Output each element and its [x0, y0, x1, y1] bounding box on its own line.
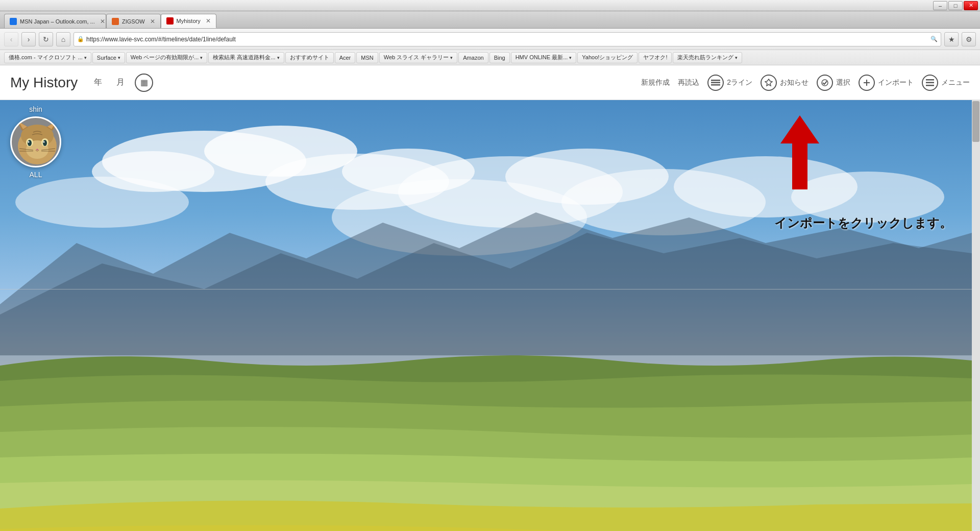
svg-point-20: [15, 177, 189, 228]
red-arrow-annotation: [780, 115, 819, 189]
background-landscape: [0, 100, 980, 531]
svg-point-33: [28, 140, 32, 146]
main-content: shin: [0, 100, 980, 531]
bookmark-webslice[interactable]: Web スライス ギャラリー ▾: [379, 52, 458, 63]
address-bar[interactable]: 🔒 https://www.lavie-svc.com/#/timelines/…: [74, 32, 941, 46]
tab-label-msn: MSN Japan – Outlook.com, ...: [20, 18, 95, 25]
annotation-text: インポートをクリックします。: [774, 215, 952, 231]
chevron-down-icon: ▾: [735, 55, 738, 60]
bookmark-label-web-expire: Web ページの有効期限が...: [131, 54, 199, 61]
bookmark-rakuten[interactable]: 楽天売れ筋ランキング ▾: [673, 52, 742, 63]
bookmark-acer[interactable]: Acer: [335, 52, 356, 63]
menu-button[interactable]: メニュー: [922, 75, 970, 91]
bookmark-label-webslice: Web スライス ギャラリー: [384, 54, 449, 61]
home-button[interactable]: ⌂: [56, 32, 70, 46]
title-bar-buttons: – □ ✕: [933, 1, 978, 10]
bookmark-surface[interactable]: Surface ▾: [92, 52, 125, 63]
title-bar: – □ ✕: [0, 0, 980, 11]
select-label: 選択: [836, 78, 850, 87]
search-icon: 🔍: [930, 36, 938, 42]
calendar-icon: ▦: [140, 78, 148, 87]
tab-close-myhistory[interactable]: ✕: [206, 17, 211, 25]
2line-button[interactable]: 2ライン: [707, 75, 752, 91]
chevron-down-icon: ▾: [450, 55, 453, 60]
scrollbar-thumb[interactable]: [972, 101, 979, 142]
bookmark-label-yahooauction: ヤフオク!: [643, 54, 667, 61]
bookmarks-bar: 価格.com - マイクロソフト ... ▾ Surface ▾ Web ページ…: [0, 50, 980, 65]
bookmark-web-expire[interactable]: Web ページの有効期限が... ▾: [126, 52, 208, 63]
new-entry-button[interactable]: 新規作成: [641, 78, 670, 87]
chevron-down-icon: ▾: [569, 55, 572, 60]
forward-button[interactable]: ›: [21, 32, 36, 46]
year-view-button[interactable]: 年: [90, 75, 106, 90]
avatar[interactable]: [10, 116, 61, 167]
favorites-button[interactable]: ★: [944, 32, 959, 46]
import-label: インポート: [878, 78, 914, 87]
bookmark-label-search: 検索結果 高速道路料金...: [213, 54, 275, 61]
chevron-down-icon: ▾: [84, 55, 87, 60]
bookmark-search[interactable]: 検索結果 高速道路料金... ▾: [208, 52, 284, 63]
arrow-head-up: [780, 115, 819, 143]
tab-label-zigsow: ZIGSOW: [122, 18, 145, 25]
maximize-button[interactable]: □: [948, 1, 963, 10]
arrow-shaft: [792, 143, 807, 189]
tools-button[interactable]: ⚙: [962, 32, 976, 46]
select-button[interactable]: 選択: [817, 75, 850, 91]
tab-myhistory[interactable]: Myhistory ✕: [161, 14, 216, 28]
bookmark-kakaku[interactable]: 価格.com - マイクロソフト ... ▾: [4, 52, 91, 63]
svg-point-35: [28, 141, 30, 143]
bookmark-yahoo-shopping[interactable]: Yahoo!ショッピング: [577, 52, 638, 63]
tab-close-zigsow[interactable]: ✕: [150, 18, 155, 25]
tab-msn[interactable]: MSN Japan – Outlook.com, ... ✕: [4, 14, 106, 28]
scrollbar[interactable]: [972, 100, 980, 531]
bookmark-yahooauction[interactable]: ヤフオク!: [639, 52, 672, 63]
section-divider: [0, 289, 980, 289]
close-button[interactable]: ✕: [964, 1, 978, 10]
bookmark-label-msn: MSN: [361, 55, 373, 61]
chevron-down-icon: ▾: [118, 55, 120, 60]
chevron-down-icon: ▾: [200, 55, 203, 60]
tab-favicon-zigsow: [112, 18, 119, 25]
minimize-button[interactable]: –: [933, 1, 947, 10]
bookmark-label-acer: Acer: [339, 55, 351, 61]
tab-close-msn[interactable]: ✕: [100, 18, 105, 25]
all-label[interactable]: ALL: [30, 171, 42, 179]
refresh-button[interactable]: ↻: [39, 32, 53, 46]
svg-point-36: [43, 141, 45, 143]
bookmark-msn[interactable]: MSN: [356, 52, 378, 63]
svg-rect-2: [711, 84, 720, 86]
tab-favicon-msn: [10, 18, 17, 25]
bookmark-amazon[interactable]: Amazon: [458, 52, 488, 63]
svg-point-34: [43, 140, 47, 146]
app-header: My History 年 月 ▦ 新規作成 再読込 2ライン: [0, 65, 980, 100]
notify-button[interactable]: お知らせ: [761, 75, 808, 91]
bookmark-label-amazon: Amazon: [463, 55, 483, 61]
notify-label: お知らせ: [780, 78, 808, 87]
month-view-button[interactable]: 月: [112, 75, 129, 90]
bookmark-osusume[interactable]: おすすめサイト: [285, 52, 334, 63]
nav-bar: ‹ › ↻ ⌂ 🔒 https://www.lavie-svc.com/#/ti…: [0, 29, 980, 50]
import-button[interactable]: インポート: [859, 75, 914, 91]
user-section: shin: [10, 105, 61, 179]
user-name: shin: [29, 105, 42, 113]
svg-rect-6: [926, 79, 934, 81]
reload-button[interactable]: 再読込: [678, 78, 699, 87]
plus-icon: [859, 75, 875, 91]
bookmark-label-osusume: おすすめサイト: [290, 54, 329, 61]
header-actions: 新規作成 再読込 2ライン お知らせ: [641, 75, 970, 91]
view-buttons: 年 月 ▦: [90, 74, 153, 92]
select-icon: [817, 75, 833, 91]
calendar-view-button[interactable]: ▦: [135, 74, 153, 92]
svg-rect-0: [711, 80, 720, 81]
svg-point-3: [822, 80, 828, 86]
tab-zigsow[interactable]: ZIGSOW ✕: [106, 14, 161, 28]
avatar-image: [12, 118, 61, 167]
notify-icon: [761, 75, 777, 91]
bookmark-bing[interactable]: Bing: [489, 52, 510, 63]
bookmark-label-kakaku: 価格.com - マイクロソフト ...: [9, 54, 83, 61]
2line-icon: [707, 75, 724, 91]
bookmark-label-bing: Bing: [494, 55, 505, 61]
bookmark-hmv[interactable]: HMV ONLINE 最新... ▾: [511, 52, 577, 63]
bookmark-label-surface: Surface: [97, 55, 116, 61]
back-button[interactable]: ‹: [4, 32, 18, 46]
